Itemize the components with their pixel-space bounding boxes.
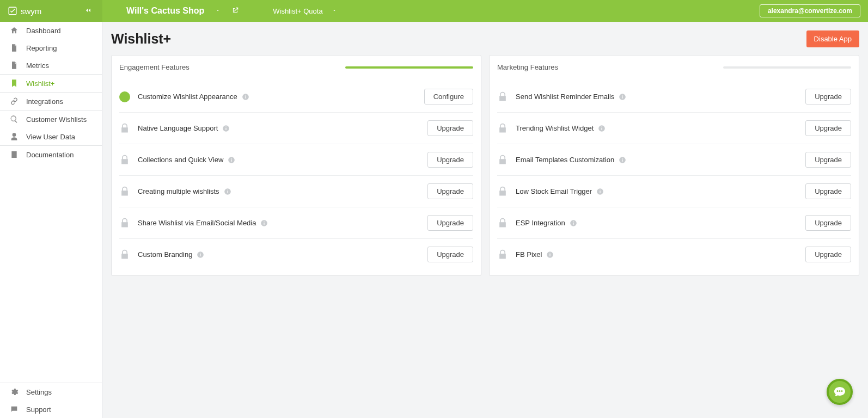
sidebar-item-metrics[interactable]: Metrics bbox=[0, 57, 102, 74]
gear-icon bbox=[10, 388, 19, 396]
sidebar-item-label: Wishlist+ bbox=[26, 79, 54, 88]
svg-rect-26 bbox=[622, 159, 623, 161]
svg-rect-11 bbox=[227, 190, 228, 193]
marketing-progress-bar bbox=[723, 66, 851, 69]
info-icon[interactable] bbox=[546, 251, 554, 259]
chat-bubble-icon bbox=[833, 385, 846, 398]
info-icon[interactable] bbox=[197, 251, 204, 259]
sidebar-item-view-user-data[interactable]: View User Data bbox=[0, 128, 102, 145]
feature-row: Custom BrandingUpgrade bbox=[119, 239, 473, 270]
upgrade-button[interactable]: Upgrade bbox=[805, 89, 851, 104]
lock-icon bbox=[119, 155, 130, 165]
panel-header: Marketing Features bbox=[497, 63, 851, 71]
shop-name: Will's Cactus Shop bbox=[126, 6, 204, 16]
info-icon[interactable] bbox=[619, 93, 626, 101]
info-icon[interactable] bbox=[619, 156, 626, 164]
feature-row: Email Templates CustomizationUpgrade bbox=[497, 144, 851, 176]
upgrade-button[interactable]: Upgrade bbox=[805, 215, 851, 231]
sidebar-item-label: Settings bbox=[26, 388, 52, 396]
lock-icon bbox=[497, 218, 508, 229]
svg-rect-20 bbox=[622, 96, 623, 98]
topbar: swym Will's Cactus Shop Wishlist+ Quota … bbox=[0, 0, 868, 22]
sidebar-item-documentation[interactable]: Documentation bbox=[0, 145, 102, 163]
svg-rect-29 bbox=[600, 190, 601, 193]
doc-icon bbox=[10, 150, 19, 159]
upgrade-button[interactable]: Upgrade bbox=[427, 120, 473, 136]
sidebar-item-settings[interactable]: Settings bbox=[0, 383, 102, 401]
svg-rect-9 bbox=[231, 158, 232, 158]
configure-button[interactable]: Configure bbox=[424, 89, 473, 104]
feature-row: Customize Wishlist AppearanceConfigure bbox=[119, 81, 473, 113]
sidebar-item-label: Reporting bbox=[26, 44, 57, 52]
svg-rect-36 bbox=[550, 253, 551, 253]
disable-app-button[interactable]: Disable App bbox=[806, 30, 859, 47]
svg-rect-5 bbox=[226, 127, 227, 130]
feature-label: Low Stock Email Trigger bbox=[516, 187, 592, 195]
svg-rect-6 bbox=[226, 126, 227, 127]
sidebar-item-reporting[interactable]: Reporting bbox=[0, 39, 102, 57]
status-on-icon bbox=[119, 91, 130, 102]
quota-dropdown-toggle[interactable] bbox=[332, 8, 337, 14]
feature-list: Send Wishlist Reminder EmailsUpgradeTren… bbox=[497, 81, 851, 270]
feature-label: ESP Integration bbox=[516, 219, 565, 227]
marketing-panel: Marketing Features Send Wishlist Reminde… bbox=[489, 55, 859, 276]
panel-header: Engagement Features bbox=[119, 63, 473, 71]
sidebar-collapse-button[interactable] bbox=[84, 6, 96, 16]
upgrade-button[interactable]: Upgrade bbox=[427, 152, 473, 168]
info-icon[interactable] bbox=[228, 156, 235, 164]
info-icon[interactable] bbox=[224, 188, 231, 195]
sidebar-item-integrations[interactable]: Integrations bbox=[0, 93, 102, 110]
feature-row: FB PixelUpgrade bbox=[497, 239, 851, 270]
feature-label: Native Language Support bbox=[138, 124, 218, 132]
svg-rect-32 bbox=[573, 222, 573, 224]
sidebar-item-label: Customer Wishlists bbox=[26, 115, 87, 124]
lock-icon bbox=[497, 186, 508, 197]
upgrade-button[interactable]: Upgrade bbox=[805, 247, 851, 262]
lock-icon bbox=[497, 155, 508, 165]
sidebar-item-wishlist-plus[interactable]: Wishlist+ bbox=[0, 74, 102, 93]
feature-label: Creating multiple wishlists bbox=[138, 187, 219, 195]
svg-rect-27 bbox=[622, 158, 623, 158]
upgrade-button[interactable]: Upgrade bbox=[805, 183, 851, 199]
nav-list: Dashboard Reporting Metrics Wishlist+ In… bbox=[0, 22, 102, 383]
sidebar-item-support[interactable]: Support bbox=[0, 401, 102, 418]
svg-rect-12 bbox=[227, 189, 228, 190]
sidebar-item-label: View User Data bbox=[26, 133, 75, 141]
shop-selector-group: Will's Cactus Shop bbox=[102, 0, 254, 22]
feature-row: Collections and Quick ViewUpgrade bbox=[119, 144, 473, 176]
upgrade-button[interactable]: Upgrade bbox=[427, 247, 473, 262]
upgrade-button[interactable]: Upgrade bbox=[427, 215, 473, 231]
feature-row: Native Language SupportUpgrade bbox=[119, 113, 473, 144]
svg-rect-23 bbox=[602, 127, 602, 130]
info-icon[interactable] bbox=[570, 219, 577, 227]
sidebar-item-dashboard[interactable]: Dashboard bbox=[0, 22, 102, 39]
engagement-progress-bar bbox=[345, 66, 473, 69]
svg-rect-8 bbox=[231, 159, 232, 161]
info-icon[interactable] bbox=[222, 125, 230, 132]
feature-row: Trending Wishlist WidgetUpgrade bbox=[497, 113, 851, 144]
shop-dropdown-toggle[interactable] bbox=[215, 8, 221, 14]
info-icon[interactable] bbox=[242, 93, 249, 101]
feature-row: Creating multiple wishlistsUpgrade bbox=[119, 176, 473, 207]
feature-row: ESP IntegrationUpgrade bbox=[497, 207, 851, 239]
lock-icon bbox=[119, 249, 130, 260]
open-shop-external-icon[interactable] bbox=[231, 7, 239, 16]
info-icon[interactable] bbox=[260, 219, 268, 227]
chat-fab[interactable] bbox=[827, 379, 853, 405]
engagement-panel: Engagement Features Customize Wishlist A… bbox=[111, 55, 481, 276]
quota-label: Wishlist+ Quota bbox=[273, 7, 322, 15]
sidebar-item-customer-wishlists[interactable]: Customer Wishlists bbox=[0, 110, 102, 128]
feature-label: Custom Branding bbox=[138, 250, 192, 259]
panels-container: Engagement Features Customize Wishlist A… bbox=[111, 55, 859, 276]
info-icon[interactable] bbox=[598, 125, 606, 132]
upgrade-button[interactable]: Upgrade bbox=[427, 183, 473, 199]
info-icon[interactable] bbox=[596, 188, 604, 195]
user-menu[interactable]: alexandra@convertize.com bbox=[760, 4, 860, 17]
sidebar-item-label: Integrations bbox=[26, 97, 63, 106]
file-icon bbox=[10, 44, 19, 52]
upgrade-button[interactable]: Upgrade bbox=[805, 120, 851, 136]
file-icon bbox=[10, 61, 19, 70]
upgrade-button[interactable]: Upgrade bbox=[805, 152, 851, 168]
brand-logo-icon bbox=[8, 6, 17, 16]
sidebar: Dashboard Reporting Metrics Wishlist+ In… bbox=[0, 22, 102, 418]
